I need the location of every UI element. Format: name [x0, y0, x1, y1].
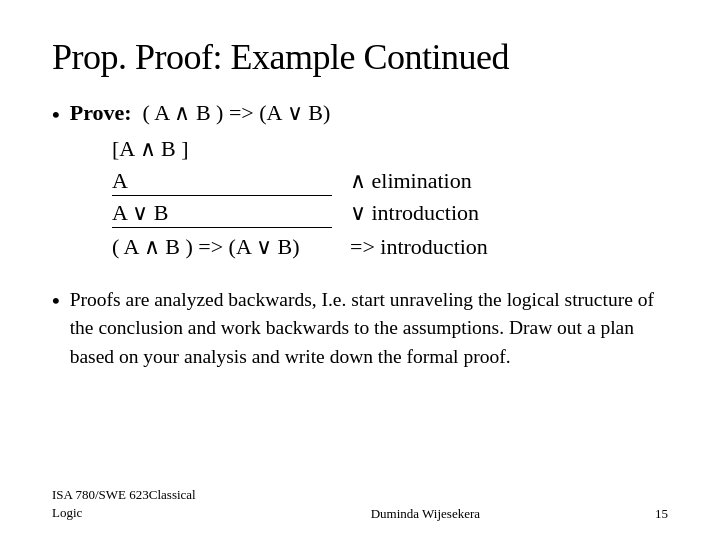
proof-expr-3: A ∨ B: [112, 200, 332, 228]
bullet-1-section: • Prove: ( A ∧ B ) => (A ∨ B) [A ∧ B ] A…: [52, 100, 668, 266]
footer-left-line1: ISA 780/SWE 623Classical: [52, 486, 196, 504]
slide: Prop. Proof: Example Continued • Prove: …: [0, 0, 720, 540]
bullet-2-item: • Proofs are analyzed backwards, I.e. st…: [52, 286, 668, 371]
proof-reason-3: ∨ introduction: [350, 200, 479, 226]
proof-row-4: ( A ∧ B ) => (A ∨ B) => introduction: [112, 234, 668, 260]
bullet-dot-1: •: [52, 102, 60, 128]
proof-row-3: A ∨ B ∨ introduction: [112, 200, 668, 230]
proof-expr-2: A: [112, 168, 332, 196]
prove-label: Prove:: [70, 100, 132, 125]
bullet-1-item: • Prove: ( A ∧ B ) => (A ∨ B): [52, 100, 668, 128]
footer-center: Duminda Wijesekera: [371, 506, 480, 522]
proof-reason-2: ∧ elimination: [350, 168, 472, 194]
proof-reason-4: => introduction: [350, 234, 488, 260]
bullet-dot-2: •: [52, 288, 60, 314]
footer-right: 15: [655, 506, 668, 522]
footer-left-line2: Logic: [52, 504, 196, 522]
prove-formula: ( A ∧ B ) => (A ∨ B): [143, 100, 331, 125]
proof-expr-1: [A ∧ B ]: [112, 136, 332, 162]
proof-row-2: A ∧ elimination: [112, 168, 668, 198]
proof-expr-4: ( A ∧ B ) => (A ∨ B): [112, 234, 332, 260]
footer-left: ISA 780/SWE 623Classical Logic: [52, 486, 196, 522]
slide-title: Prop. Proof: Example Continued: [52, 36, 668, 78]
footer: ISA 780/SWE 623Classical Logic Duminda W…: [52, 486, 668, 522]
bullet-1-text: Prove: ( A ∧ B ) => (A ∨ B): [70, 100, 331, 126]
bullet-2-text: Proofs are analyzed backwards, I.e. star…: [70, 286, 668, 371]
proof-table: [A ∧ B ] A ∧ elimination A ∨ B ∨ introdu…: [112, 136, 668, 260]
proof-row-1: [A ∧ B ]: [112, 136, 668, 166]
